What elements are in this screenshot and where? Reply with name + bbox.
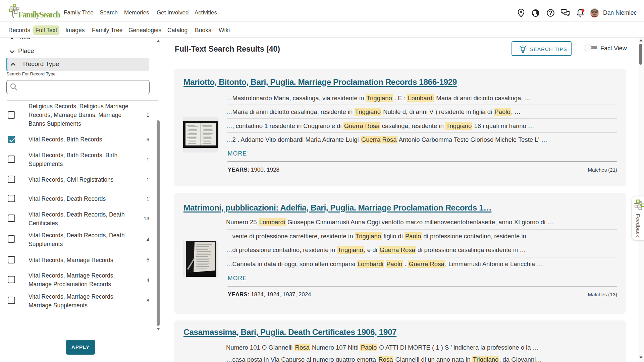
svg-text:FamilySearch: FamilySearch: [18, 10, 60, 19]
